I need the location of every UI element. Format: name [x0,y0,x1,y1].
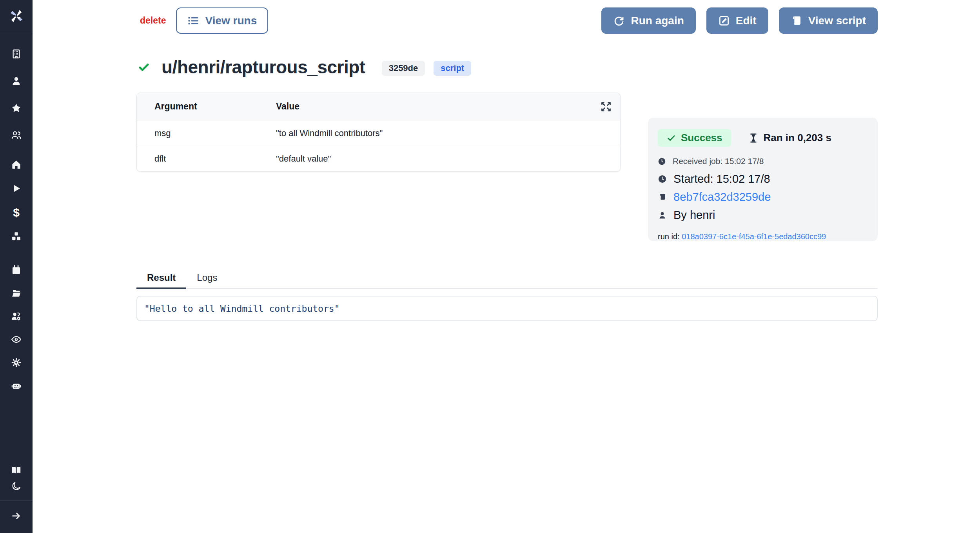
arrow-right-icon [11,511,22,521]
folder-open-icon [11,288,22,298]
received-job-label: Received job: 15:02 17/8 [673,156,764,166]
argument-value: "to all Windmill contributors" [276,128,620,138]
check-icon [666,133,676,143]
value-column-header: Value [276,101,601,112]
sidebar-item-docs[interactable] [11,465,22,475]
script-hash-row: 8eb7fca32d3259de [658,191,868,204]
sidebar-item-settings[interactable] [11,357,22,368]
job-status-panel: Success Ran in 0,203 s Received job: 15:… [648,118,878,241]
tab-result[interactable]: Result [136,270,186,288]
result-viewer: "Hello to all Windmill contributors" [136,296,878,321]
list-icon [187,15,199,27]
sidebar-item-runs[interactable] [11,183,22,194]
argument-column-header: Argument [137,101,276,112]
run-again-label: Run again [631,15,684,27]
eye-icon [11,334,22,345]
triggered-by-label: By henri [673,209,715,222]
argument-value: "default value" [276,154,620,164]
started-label: Started: 15:02 17/8 [673,173,770,186]
sidebar: $ [0,0,33,533]
run-id-label: run id: [658,232,682,241]
view-script-button[interactable]: View script [779,7,878,34]
expand-icon [601,101,612,112]
expand-table-button[interactable] [601,101,612,113]
sidebar-item-ai[interactable] [11,380,22,391]
users-cog-icon [11,311,22,322]
sidebar-item-folders[interactable] [11,288,22,298]
windmill-logo[interactable] [0,0,33,32]
sidebar-item-variables[interactable]: $ [11,207,22,218]
home-icon [11,159,22,170]
boxes-icon [11,231,22,242]
scroll-icon [658,193,667,202]
duration-label: Ran in 0,203 s [764,132,831,144]
windmill-pinwheel-icon [8,8,25,24]
status-label: Success [681,132,722,144]
sidebar-item-schedules[interactable] [11,265,22,275]
dark-mode-toggle[interactable] [11,481,22,491]
sidebar-item-favorites[interactable] [11,103,22,113]
result-content: "Hello to all Windmill contributors" [144,304,340,314]
user-icon [658,211,667,220]
arguments-table-header: Argument Value [137,93,620,120]
view-runs-label: View runs [205,15,257,27]
edit-icon [718,15,730,27]
started-row: Started: 15:02 17/8 [658,173,868,186]
sidebar-item-audit-logs[interactable] [11,334,22,345]
star-icon [11,103,22,113]
sidebar-item-home[interactable] [11,159,22,170]
received-job-row: Received job: 15:02 17/8 [658,156,868,166]
refresh-icon [613,15,625,27]
main-content: delete View runs Run again [33,0,980,533]
arguments-table: Argument Value msg "to all Windmill cont… [136,93,621,172]
users-icon [11,130,22,140]
script-hash-link[interactable]: 8eb7fca32d3259de [673,191,771,204]
triggered-by-row: By henri [658,209,868,222]
page-header: u/henri/rapturous_script 3259de script [136,56,878,78]
expand-sidebar-button[interactable] [11,511,22,521]
argument-name: dflt [137,154,276,164]
moon-icon [11,481,22,491]
calendar-icon [11,265,22,275]
hourglass-icon [748,133,759,143]
tab-logs[interactable]: Logs [186,270,228,288]
play-icon [11,183,22,194]
hash-badge: 3259de [382,61,425,76]
view-runs-button[interactable]: View runs [176,7,268,34]
robot-icon [11,380,22,391]
sidebar-item-workspace[interactable] [11,49,22,59]
run-duration: Ran in 0,203 s [748,132,831,144]
user-icon [11,76,22,86]
run-again-button[interactable]: Run again [601,7,695,34]
run-id-row: run id: 018a0397-6c1e-f45a-6f1e-5edad360… [658,232,868,241]
page-title: u/henri/rapturous_script [162,56,365,78]
sidebar-item-groups[interactable] [11,130,22,140]
book-open-icon [11,465,22,475]
building-icon [11,49,22,59]
sidebar-item-workers[interactable] [11,311,22,322]
argument-name: msg [137,128,276,138]
run-id-link[interactable]: 018a0397-6c1e-f45a-6f1e-5edad360cc99 [682,232,826,241]
sidebar-nav: $ [0,32,33,533]
gear-icon [11,357,22,368]
clock-icon [658,157,666,166]
scroll-icon [791,15,802,27]
sidebar-item-user[interactable] [11,76,22,86]
script-type-badge: script [434,61,471,76]
sidebar-bottom [0,465,33,533]
status-badge: Success [658,129,731,147]
result-tabs: Result Logs [136,270,878,289]
success-check-icon [138,61,150,73]
clock-icon [658,175,667,184]
table-row: dflt "default value" [137,146,620,171]
dollar-icon: $ [13,207,20,218]
table-row: msg "to all Windmill contributors" [137,120,620,146]
delete-button[interactable]: delete [140,15,166,26]
edit-button[interactable]: Edit [706,7,768,34]
action-bar: delete View runs Run again [136,7,878,34]
edit-label: Edit [736,15,757,27]
view-script-label: View script [808,15,866,27]
sidebar-item-resources[interactable] [11,231,22,242]
